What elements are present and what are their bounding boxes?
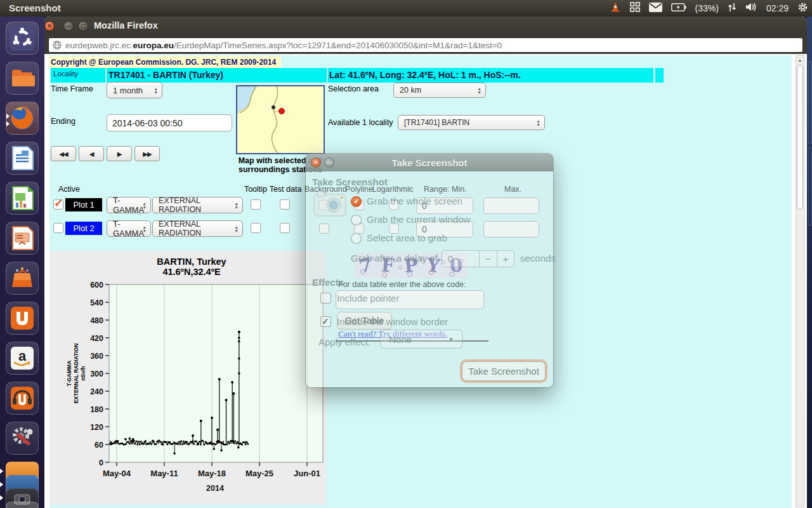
system-tray: (33%) 02:29 bbox=[610, 0, 808, 17]
dialog-minimize-icon[interactable]: — bbox=[324, 157, 334, 168]
dialog-titlebar[interactable]: ✕ — Take Screenshot bbox=[306, 154, 553, 171]
launcher-item-software-center[interactable] bbox=[6, 262, 39, 295]
svg-text:BARTIN, Turkey: BARTIN, Turkey bbox=[157, 257, 226, 267]
launcher-item-lo-calc[interactable] bbox=[6, 182, 39, 215]
dialog-title: Take Screenshot bbox=[306, 157, 553, 168]
launcher-item-lo-impress[interactable] bbox=[6, 222, 39, 255]
mail-icon[interactable] bbox=[649, 3, 662, 15]
network-arrows-icon[interactable] bbox=[728, 3, 737, 15]
plot2-quantity-select[interactable]: T-GAMMA▲▼ bbox=[107, 220, 151, 237]
dialog-close-icon[interactable]: ✕ bbox=[311, 157, 321, 168]
svg-text:0: 0 bbox=[99, 458, 103, 467]
scrollbar[interactable]: ▲ bbox=[796, 55, 804, 507]
launcher-item-firefox[interactable] bbox=[6, 102, 39, 135]
selection-area-label: Selection area bbox=[328, 84, 379, 93]
nav-first-button[interactable]: ◀◀ bbox=[51, 146, 76, 161]
chevron-down-icon: ▼ bbox=[448, 336, 454, 343]
plot2-label: Plot 2 bbox=[65, 222, 102, 235]
window-titlebar[interactable]: ✕ — ◻ Mozilla Firefox bbox=[44, 17, 807, 36]
delay-suffix: seconds bbox=[520, 253, 556, 264]
launcher-item-amazon[interactable]: a bbox=[6, 342, 39, 375]
copyright-banner: Copyright @ European Commission. DG. JRC… bbox=[49, 57, 281, 68]
vlc-cone-icon[interactable] bbox=[610, 1, 621, 15]
scrollbar-thumb[interactable] bbox=[797, 65, 803, 210]
ending-input[interactable]: 2014-06-03 00:50 bbox=[107, 114, 232, 131]
dialog-heading: Take Screenshot bbox=[312, 177, 388, 187]
plot1-active-checkbox[interactable] bbox=[53, 199, 63, 210]
svg-text:180: 180 bbox=[90, 405, 103, 414]
radio-select-area[interactable] bbox=[351, 233, 362, 244]
plot1-type-select[interactable]: EXTERNAL RADIATION▲▼ bbox=[152, 197, 243, 213]
plot2-type-select[interactable]: EXTERNAL RADIATION▲▼ bbox=[152, 220, 243, 237]
radio-whole-screen-label: Grab the whole screen bbox=[367, 196, 462, 206]
maximize-icon[interactable]: ◻ bbox=[78, 21, 88, 31]
launcher-item-ubuntu-one-music[interactable] bbox=[6, 382, 39, 415]
radio-current-window-label: Grab the current window bbox=[367, 214, 470, 225]
plot2-testdata-checkbox[interactable] bbox=[280, 223, 290, 233]
radio-select-area-label: Select area to grab bbox=[367, 232, 447, 243]
selection-area-select[interactable]: 20 km▲▼ bbox=[393, 83, 486, 98]
delay-value[interactable]: 0 bbox=[442, 250, 480, 267]
time-series-chart: 060120180240300360420480540600May-04May-… bbox=[49, 251, 326, 505]
session-gear-icon[interactable] bbox=[797, 2, 808, 15]
launcher-item-lo-writer[interactable] bbox=[6, 142, 39, 175]
keyboard-grid-icon[interactable] bbox=[630, 2, 640, 15]
volume-icon[interactable] bbox=[745, 2, 757, 15]
scroll-up-icon[interactable]: ▲ bbox=[796, 56, 804, 64]
nav-prev-button[interactable]: ◀ bbox=[79, 146, 104, 161]
launcher-item-dash[interactable] bbox=[6, 22, 39, 55]
minimize-icon[interactable]: — bbox=[63, 21, 74, 31]
station-map[interactable] bbox=[236, 85, 325, 154]
spinner-arrows-icon[interactable]: ▲▼ bbox=[478, 87, 481, 94]
close-icon[interactable]: ✕ bbox=[44, 21, 55, 31]
svg-text:nSv/h: nSv/h bbox=[80, 366, 86, 380]
locality-station: TR17401 - BARTIN (Turkey) bbox=[107, 68, 327, 83]
radio-current-window[interactable] bbox=[351, 215, 362, 225]
top-panel: Screenshot (33%) 02:29 bbox=[0, 0, 812, 17]
apply-effect-select[interactable]: None▼ bbox=[380, 330, 462, 349]
svg-text:420: 420 bbox=[90, 334, 103, 343]
clock[interactable]: 02:29 bbox=[766, 3, 789, 13]
battery-icon[interactable] bbox=[671, 3, 686, 14]
include-border-checkbox[interactable] bbox=[320, 316, 331, 327]
available-locality-label: Available 1 locality bbox=[328, 118, 393, 127]
plot1-testdata-checkbox[interactable] bbox=[280, 199, 290, 210]
include-pointer-checkbox[interactable] bbox=[320, 293, 331, 304]
tooltip-header: Tooltip bbox=[241, 185, 270, 194]
delay-minus-button[interactable]: − bbox=[480, 250, 497, 267]
launcher-item-ubuntu-one[interactable] bbox=[6, 302, 39, 335]
url-bar[interactable]: eurdepweb.jrc.ec.europa.eu/EurdepMap/Tim… bbox=[48, 37, 803, 53]
spinner-arrows-icon[interactable]: ▲▼ bbox=[537, 119, 540, 126]
radio-whole-screen[interactable] bbox=[351, 196, 362, 207]
svg-text:540: 540 bbox=[90, 298, 103, 307]
locality-label: Locality bbox=[51, 68, 105, 83]
launcher-item-system-settings[interactable] bbox=[6, 422, 39, 455]
svg-text:May-25: May-25 bbox=[246, 469, 273, 478]
plot2-active-checkbox[interactable] bbox=[53, 223, 63, 233]
plot1-tooltip-checkbox[interactable] bbox=[251, 199, 261, 210]
time-frame-label: Time Frame bbox=[51, 84, 93, 93]
delay-plus-button[interactable]: + bbox=[497, 250, 514, 267]
take-screenshot-button[interactable]: Take Screenshot bbox=[462, 361, 546, 381]
unity-launcher: a bbox=[0, 17, 44, 508]
nav-last-button[interactable]: ▶▶ bbox=[134, 146, 160, 161]
svg-text:120: 120 bbox=[90, 423, 103, 432]
time-frame-select[interactable]: 1 month▲▼ bbox=[107, 82, 162, 98]
include-pointer-label: Include pointer bbox=[337, 293, 399, 304]
url-toolbar: eurdepweb.jrc.ec.europa.eu/EurdepMap/Tim… bbox=[44, 36, 807, 54]
spinner-arrows-icon[interactable]: ▲▼ bbox=[154, 87, 158, 94]
svg-text:41.6ºN,32.4ºE: 41.6ºN,32.4ºE bbox=[162, 267, 221, 277]
focused-app-title: Screenshot bbox=[9, 3, 61, 13]
include-border-label: Include the window border bbox=[337, 316, 448, 327]
launcher-item-files[interactable] bbox=[6, 62, 39, 95]
svg-text:300: 300 bbox=[90, 370, 103, 378]
nav-next-button[interactable]: ▶ bbox=[107, 146, 132, 161]
available-locality-select[interactable]: [TR17401] BARTIN▲▼ bbox=[398, 115, 545, 130]
plot1-quantity-select[interactable]: T-GAMMA▲▼ bbox=[107, 197, 151, 213]
locality-spacer bbox=[655, 68, 664, 83]
svg-text:Jun-01: Jun-01 bbox=[294, 469, 320, 478]
svg-text:May-18: May-18 bbox=[198, 469, 226, 478]
svg-text:2014: 2014 bbox=[206, 484, 224, 493]
plot2-tooltip-checkbox[interactable] bbox=[251, 223, 261, 233]
svg-text:May-11: May-11 bbox=[150, 469, 178, 478]
